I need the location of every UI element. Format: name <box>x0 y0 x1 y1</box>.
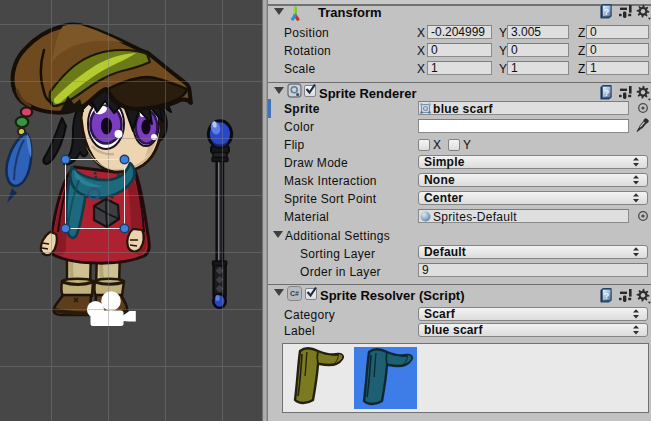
svg-text:?: ? <box>604 7 610 17</box>
svg-text:C#: C# <box>290 290 299 297</box>
svg-text:?: ? <box>604 88 610 98</box>
svg-text:?: ? <box>604 291 610 301</box>
